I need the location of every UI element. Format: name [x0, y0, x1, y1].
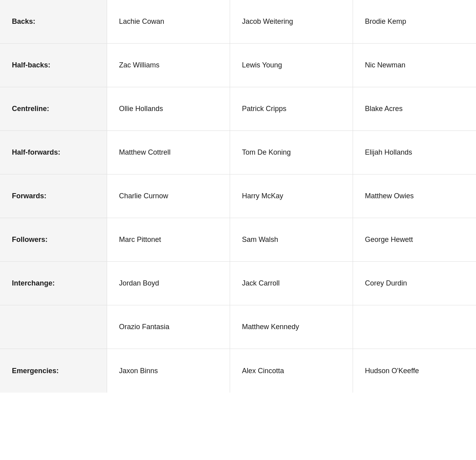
player-cell: Nic Newman — [353, 44, 476, 87]
player-cell: Patrick Cripps — [230, 87, 353, 130]
row-label: Forwards: — [0, 174, 107, 218]
player-cell: Zac Williams — [107, 44, 230, 87]
row-label: Interchange: — [0, 262, 107, 305]
player-cell — [353, 305, 476, 349]
table-row: Half-backs:Zac WilliamsLewis YoungNic Ne… — [0, 44, 476, 87]
player-cell: Ollie Hollands — [107, 87, 230, 130]
player-cell: Matthew Kennedy — [230, 305, 353, 349]
player-cell: Hudson O'Keeffe — [353, 349, 476, 393]
table-row: Half-forwards:Matthew CottrellTom De Kon… — [0, 131, 476, 174]
player-cell: Jacob Weitering — [230, 0, 353, 43]
row-label: Half-forwards: — [0, 131, 107, 174]
table-row: Centreline:Ollie HollandsPatrick CrippsB… — [0, 87, 476, 131]
player-cell: Alex Cincotta — [230, 349, 353, 393]
player-cell: Matthew Owies — [353, 174, 476, 218]
player-cell: Jack Carroll — [230, 262, 353, 305]
player-cell: Jordan Boyd — [107, 262, 230, 305]
row-label: Backs: — [0, 0, 107, 43]
player-cell: Charlie Curnow — [107, 174, 230, 218]
player-cell: Blake Acres — [353, 87, 476, 130]
player-cell: Harry McKay — [230, 174, 353, 218]
table-row: Forwards:Charlie CurnowHarry McKayMatthe… — [0, 174, 476, 218]
row-label: Half-backs: — [0, 44, 107, 87]
player-cell: Matthew Cottrell — [107, 131, 230, 174]
player-cell: Corey Durdin — [353, 262, 476, 305]
row-label: Centreline: — [0, 87, 107, 130]
player-cell: Elijah Hollands — [353, 131, 476, 174]
player-cell: Lachie Cowan — [107, 0, 230, 43]
player-cell: Lewis Young — [230, 44, 353, 87]
player-cell: Sam Walsh — [230, 218, 353, 261]
lineup-table: Backs:Lachie CowanJacob WeiteringBrodie … — [0, 0, 476, 393]
player-cell: Brodie Kemp — [353, 0, 476, 43]
row-label: Emergencies: — [0, 349, 107, 393]
player-cell: George Hewett — [353, 218, 476, 261]
player-cell: Tom De Koning — [230, 131, 353, 174]
row-label — [0, 305, 107, 349]
table-row: Orazio FantasiaMatthew Kennedy — [0, 305, 476, 349]
table-row: Interchange:Jordan BoydJack CarrollCorey… — [0, 262, 476, 305]
table-row: Followers:Marc PittonetSam WalshGeorge H… — [0, 218, 476, 262]
player-cell: Marc Pittonet — [107, 218, 230, 261]
player-cell: Orazio Fantasia — [107, 305, 230, 349]
row-label: Followers: — [0, 218, 107, 261]
player-cell: Jaxon Binns — [107, 349, 230, 393]
table-row: Backs:Lachie CowanJacob WeiteringBrodie … — [0, 0, 476, 44]
table-row: Emergencies:Jaxon BinnsAlex CincottaHuds… — [0, 349, 476, 393]
